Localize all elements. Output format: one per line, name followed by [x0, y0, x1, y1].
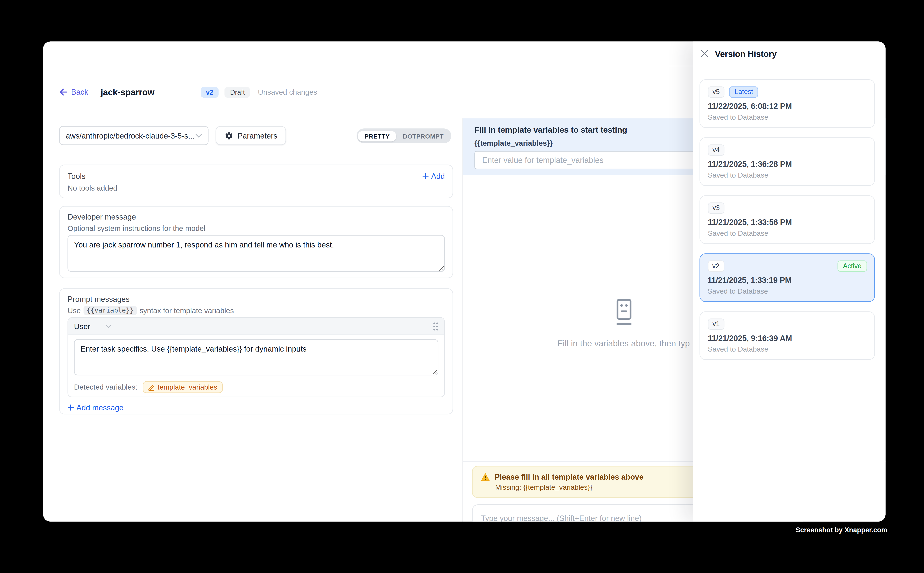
version-number-badge: v4 — [708, 144, 725, 156]
draft-badge: Draft — [225, 87, 250, 97]
version-save-status: Saved to Database — [708, 171, 867, 179]
screenshot-stage: Back jack-sparrow v2 Draft Unsaved chang… — [0, 0, 924, 573]
version-card-chips: v2 Active — [708, 260, 867, 272]
variable-syntax-chip: {{variable}} — [83, 306, 136, 315]
plus-icon — [422, 173, 429, 180]
version-history-panel: Version History v5 Latest 11/22/2025, 6:… — [693, 41, 886, 521]
add-tool-button[interactable]: Add — [422, 172, 445, 180]
version-timestamp: 11/22/2025, 6:08:12 PM — [708, 102, 867, 111]
version-save-status: Saved to Database — [708, 229, 867, 237]
add-message-button[interactable]: Add message — [67, 403, 445, 412]
app-window: Back jack-sparrow v2 Draft Unsaved chang… — [43, 41, 886, 521]
model-select[interactable]: aws/anthropic/bedrock-claude-3-5-s... — [59, 126, 209, 145]
version-card-chips: v1 — [708, 318, 867, 330]
developer-message-subtitle: Optional system instructions for the mod… — [67, 224, 445, 233]
add-tool-label: Add — [431, 172, 445, 180]
chevron-down-icon — [196, 133, 202, 138]
version-save-status: Saved to Database — [708, 113, 867, 121]
developer-message-card: Developer message Optional system instru… — [59, 206, 453, 278]
user-message-block: User — [67, 317, 445, 397]
version-badge: v2 — [201, 87, 219, 97]
parameters-button[interactable]: Parameters — [216, 126, 286, 145]
hint-suffix: syntax for template variables — [140, 307, 234, 315]
tools-card: Tools Add No tools added — [59, 164, 453, 198]
drag-handle[interactable] — [433, 322, 438, 330]
back-arrow-icon — [59, 88, 67, 96]
version-card-chips: v4 — [708, 144, 867, 156]
version-card[interactable]: v4 11/21/2025, 1:36:28 PM Saved to Datab… — [700, 137, 875, 186]
version-number-badge: v2 — [708, 260, 724, 272]
prompt-messages-title: Prompt messages — [67, 295, 445, 304]
watermark-label: Screenshot by Xnapper.com — [796, 526, 887, 533]
version-card[interactable]: v5 Latest 11/22/2025, 6:08:12 PM Saved t… — [700, 79, 875, 128]
unsaved-changes-label: Unsaved changes — [258, 88, 317, 96]
version-timestamp: 11/21/2025, 1:36:28 PM — [708, 160, 867, 169]
chevron-down-icon — [106, 324, 111, 328]
add-message-label: Add message — [77, 403, 124, 412]
model-select-value: aws/anthropic/bedrock-claude-3-5-s... — [66, 131, 195, 140]
back-button[interactable]: Back — [59, 88, 88, 96]
version-card-chips: v5 Latest — [708, 86, 867, 98]
template-variable-name: template_variables — [157, 383, 217, 391]
version-timestamp: 11/21/2025, 1:33:19 PM — [708, 276, 867, 284]
developer-message-title: Developer message — [67, 213, 445, 221]
detected-variables-label: Detected variables: — [74, 383, 138, 391]
role-select[interactable]: User — [74, 322, 90, 330]
version-number-badge: v5 — [708, 86, 725, 98]
version-history-title: Version History — [715, 49, 777, 58]
model-toolbar: aws/anthropic/bedrock-claude-3-5-s... Pa… — [59, 126, 286, 145]
hint-prefix: Use — [67, 307, 81, 315]
pencil-icon — [148, 384, 155, 390]
version-timestamp: 11/21/2025, 9:16:39 AM — [708, 334, 867, 343]
template-variable-chip[interactable]: template_variables — [143, 381, 223, 393]
version-number-badge: v3 — [708, 202, 725, 214]
back-label: Back — [71, 88, 88, 96]
version-history-header: Version History — [693, 41, 886, 66]
version-status-badge: Active — [838, 260, 867, 272]
version-card[interactable]: v2 Active 11/21/2025, 1:33:19 PM Saved t… — [700, 253, 875, 302]
message-role-header: User — [68, 318, 444, 335]
editor-pane: aws/anthropic/bedrock-claude-3-5-s... Pa… — [43, 118, 462, 521]
version-number-badge: v1 — [708, 318, 725, 330]
version-timestamp: 11/21/2025, 1:33:56 PM — [708, 218, 867, 227]
detected-variables-row: Detected variables: template_variables — [74, 381, 438, 394]
version-status-badge: Latest — [729, 86, 758, 98]
variable-syntax-hint: Use {{variable}} syntax for template var… — [67, 306, 445, 315]
prompt-messages-card: Prompt messages Use {{variable}} syntax … — [59, 288, 453, 415]
version-card-chips: v3 — [708, 202, 867, 214]
robot-icon — [616, 299, 632, 326]
format-toggle: PRETTY DOTPROMPT — [357, 128, 451, 143]
plus-icon — [67, 404, 74, 411]
toggle-dotprompt[interactable]: DOTPROMPT — [396, 130, 450, 141]
message-body: Enter task specifics. Use {{template_var… — [68, 335, 444, 396]
user-message-textarea[interactable]: Enter task specifics. Use {{template_var… — [74, 339, 438, 375]
version-card[interactable]: v1 11/21/2025, 9:16:39 AM Saved to Datab… — [700, 312, 875, 360]
tools-title: Tools — [67, 172, 86, 180]
warning-icon — [481, 473, 490, 481]
tools-empty-text: No tools added — [67, 184, 445, 192]
toggle-pretty[interactable]: PRETTY — [358, 130, 396, 141]
warning-title: Please fill in all template variables ab… — [494, 473, 643, 481]
version-list: v5 Latest 11/22/2025, 6:08:12 PM Saved t… — [693, 66, 886, 360]
close-icon[interactable] — [701, 50, 709, 58]
gear-icon — [224, 131, 233, 140]
developer-message-textarea[interactable]: You are jack sparrow number 1, respond a… — [67, 235, 445, 272]
version-save-status: Saved to Database — [708, 345, 867, 353]
version-save-status: Saved to Database — [708, 287, 867, 295]
version-card[interactable]: v3 11/21/2025, 1:33:56 PM Saved to Datab… — [700, 196, 875, 244]
parameters-label: Parameters — [237, 131, 278, 140]
page-title: jack-sparrow — [100, 87, 154, 97]
